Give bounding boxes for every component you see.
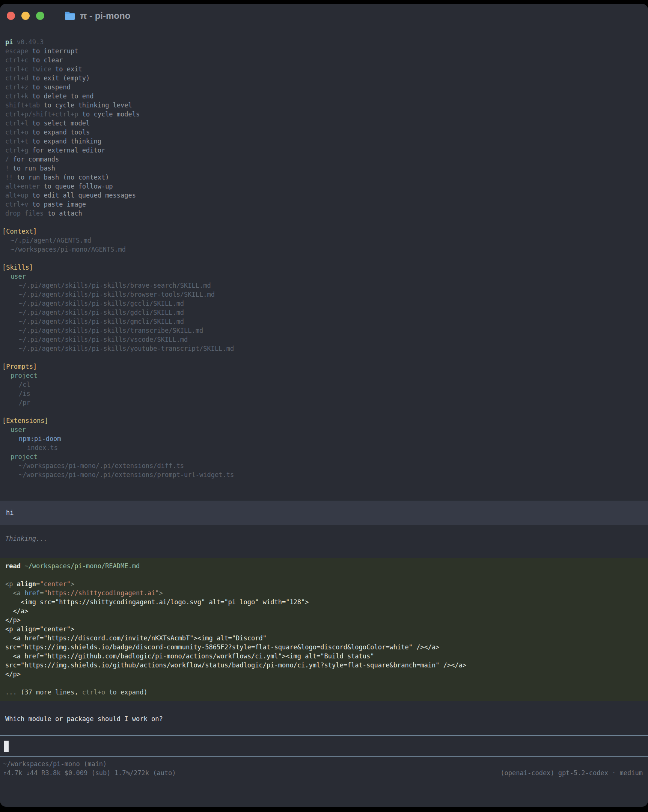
folder-icon (64, 11, 75, 21)
truncation-note: ... (37 more lines, ctrl+o to expand) (5, 688, 643, 697)
shortcut-line: !! to run bash (no context) (5, 173, 648, 182)
title-bar: π - pi-mono (0, 4, 648, 28)
extension-npm-entry: index.ts (0, 443, 648, 452)
file-path: ~/.pi/agent/skills/pi-skills/youtube-tra… (19, 344, 648, 353)
file-path: ~/.pi/agent/skills/pi-skills/transcribe/… (19, 326, 648, 335)
code-line: <a href="https://shittycodingagent.ai"> (5, 589, 643, 598)
code-line: src="https://img.shields.io/badge/discor… (5, 643, 643, 652)
code-line: <p align="center"> (5, 580, 643, 589)
file-path: ~/workspaces/pi-mono/.pi/extensions/prom… (19, 470, 648, 479)
file-path: /pr (19, 398, 648, 407)
prompt-commands: /cl/is/pr (0, 380, 648, 407)
extension-project-paths: ~/workspaces/pi-mono/.pi/extensions/diff… (0, 461, 648, 479)
tool-output: read ~/workspaces/pi-mono/README.md <p a… (0, 558, 648, 701)
extensions-section-title: [Extensions] (0, 416, 648, 425)
code-line: </a> (5, 607, 643, 615)
shortcut-line: ctrl+g for external editor (5, 146, 648, 155)
shortcut-line: ctrl+c twice to exit (5, 65, 648, 73)
code-line: <p align="center"> (5, 624, 643, 633)
code-line: <a href="https://discord.com/invite/nKXT… (5, 633, 643, 643)
shortcut-line: ctrl+c to clear (5, 56, 648, 65)
prompts-scope-label: project (0, 371, 648, 380)
minimize-icon[interactable] (21, 12, 30, 20)
user-message: hi (0, 501, 648, 525)
file-path: ~/.pi/agent/AGENTS.md (11, 236, 648, 245)
code-line: <a href="https://github.com/badlogic/pi-… (5, 652, 643, 661)
shortcut-line: escape to interrupt (5, 47, 648, 56)
shortcut-line: ctrl+v to paste image (5, 200, 648, 209)
shortcut-line: alt+enter to queue follow-up (5, 182, 648, 191)
code-line: src="https://img.shields.io/github/actio… (5, 661, 643, 670)
prompts-section-title: [Prompts] (0, 362, 648, 371)
shortcut-line: ctrl+z to suspend (5, 82, 648, 92)
shortcut-line: drop files to attach (5, 209, 648, 218)
skills-section-title: [Skills] (0, 263, 648, 272)
terminal-content: pi v0.49.3 escape to interruptctrl+c to … (0, 28, 648, 777)
user-message-text: hi (6, 508, 642, 517)
model-indicator: (openai-codex) gpt-5.2-codex · medium (500, 768, 643, 777)
shortcut-line: ctrl+p/shift+ctrl+p to cycle models (5, 110, 648, 119)
code-line: </p> (5, 615, 643, 624)
tool-output-code: <p align="center"> <a href="https://shit… (5, 580, 643, 679)
file-path: /cl (19, 380, 648, 389)
shortcut-line: alt+up to edit all queued messages (5, 191, 648, 200)
file-path: ~/.pi/agent/skills/pi-skills/brave-searc… (19, 281, 648, 290)
file-path: ~/.pi/agent/skills/pi-skills/gdcli/SKILL… (19, 308, 648, 317)
status-bar: ~/workspaces/pi-mono (main) ↑4.7k ↓44 R3… (0, 759, 648, 777)
cwd-branch-status: ~/workspaces/pi-mono (main) (3, 759, 643, 768)
extensions-project-scope-label: project (0, 452, 648, 461)
close-icon[interactable] (7, 12, 15, 20)
file-path: ~/workspaces/pi-mono/.pi/extensions/diff… (19, 461, 648, 470)
assistant-message: Which module or package should I work on… (0, 714, 648, 723)
file-path: ~/workspaces/pi-mono/AGENTS.md (11, 245, 648, 254)
extensions-user-scope-label: user (0, 425, 648, 434)
shortcut-line: ctrl+l to select model (5, 119, 648, 128)
shortcut-line: shift+tab to cycle thinking level (5, 101, 648, 110)
code-line: <img src="https://shittycodingagent.ai/l… (5, 598, 643, 607)
shortcut-line: ctrl+t to expand thinking (5, 137, 648, 146)
app-name: pi (5, 38, 13, 46)
thinking-indicator: Thinking... (0, 534, 648, 543)
app-version: v0.49.3 (17, 38, 44, 46)
window-title: π - pi-mono (80, 11, 130, 21)
file-path: ~/.pi/agent/skills/pi-skills/browser-too… (19, 290, 648, 299)
skills-scope-label: user (0, 272, 648, 281)
prompt-input[interactable] (0, 736, 648, 757)
context-paths: ~/.pi/agent/AGENTS.md~/workspaces/pi-mon… (0, 236, 648, 254)
file-path: ~/.pi/agent/skills/pi-skills/vscode/SKIL… (19, 335, 648, 344)
text-cursor-icon (4, 741, 9, 752)
file-path: ~/.pi/agent/skills/pi-skills/gmcli/SKILL… (19, 317, 648, 326)
code-line: </p> (5, 670, 643, 679)
tool-call-header: read ~/workspaces/pi-mono/README.md (5, 562, 643, 571)
zoom-icon[interactable] (36, 12, 44, 20)
shortcut-line: ctrl+k to delete to end (5, 92, 648, 101)
file-path: /is (19, 389, 648, 398)
shortcut-help: escape to interruptctrl+c to clearctrl+c… (0, 47, 648, 218)
token-cost-stats: ↑4.7k ↓44 R3.8k $0.009 (sub) 1.7%/272k (… (3, 768, 176, 777)
app-banner: pi v0.49.3 (0, 38, 648, 47)
skills-paths: ~/.pi/agent/skills/pi-skills/brave-searc… (0, 281, 648, 353)
extension-npm-package: npm:pi-doom (0, 434, 648, 443)
shortcut-line: ctrl+d to exit (empty) (5, 73, 648, 82)
tool-argument: ~/workspaces/pi-mono/README.md (24, 562, 140, 570)
shortcut-line: ! to run bash (5, 164, 648, 173)
context-section-title: [Context] (0, 227, 648, 236)
file-path: ~/.pi/agent/skills/pi-skills/gccli/SKILL… (19, 299, 648, 308)
shortcut-line: ctrl+o to expand tools (5, 128, 648, 137)
tool-name: read (5, 562, 21, 570)
terminal-window: π - pi-mono pi v0.49.3 escape to interru… (0, 4, 648, 807)
shortcut-line: / for commands (5, 155, 648, 164)
